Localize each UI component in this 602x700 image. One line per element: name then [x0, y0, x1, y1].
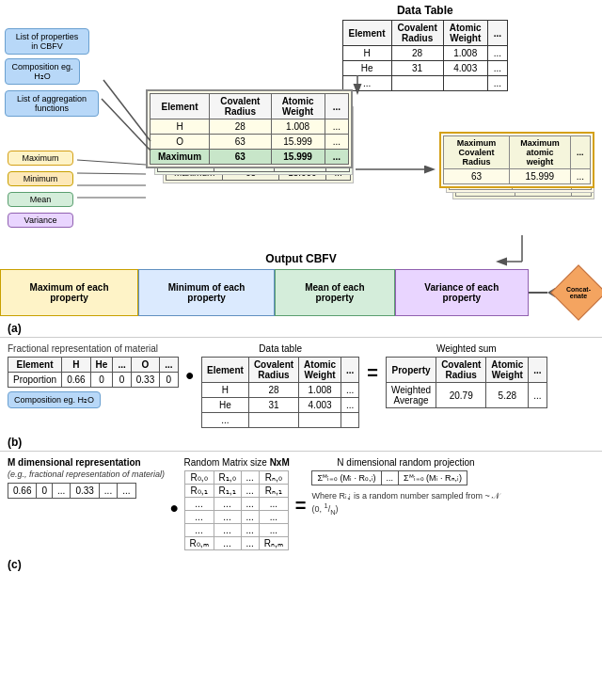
col-atomic: AtomicWeight [443, 21, 487, 46]
cbfv-label: List of properties in CBFV [5, 28, 89, 55]
table-row: ...... [342, 76, 507, 91]
n-dim-label: N dimensional random projection [311, 457, 499, 468]
weighted-title: Weighted sum [386, 343, 547, 354]
col-element: Element [342, 21, 391, 46]
stack-layer-front: ElementCovalent RadiusAtomic Weight... H… [146, 89, 353, 168]
table-row: R₀,₀R₁,₀...Rₙ,₀ [184, 471, 288, 485]
output-variance: Variance of each property [395, 269, 529, 316]
svg-line-1 [103, 80, 150, 141]
section-c-content: M dimensional representation (e.g., frac… [8, 457, 594, 550]
data-table: Element CovalentRadius AtomicWeight ... … [342, 20, 508, 91]
output-cbfv: Output CBFV Maximum of each property Min… [0, 252, 602, 316]
composition-label: Composition eg. H₂O [5, 58, 80, 85]
agg-mean: Mean [8, 192, 73, 207]
random-matrix-title: Random Matrix size NxM [184, 457, 290, 468]
random-matrix: Random Matrix size NxM R₀,₀R₁,₀...Rₙ,₀ R… [184, 457, 290, 550]
section-c: M dimensional representation (e.g., frac… [0, 451, 602, 556]
svg-line-2 [102, 99, 150, 151]
section-c-label: (c) [0, 556, 602, 573]
equals-operator: = [367, 343, 378, 384]
table-row: He314.003... [201, 398, 358, 413]
table-row: H281.008... [342, 46, 507, 61]
agg-variance: Variance [8, 213, 73, 228]
frac-table: Element H He ... O ... Proportion 0.66 0… [8, 357, 179, 388]
col-covalent: CovalentRadius [391, 21, 443, 46]
left-labels: List of properties in CBFV Composition e… [5, 28, 99, 120]
svg-line-3 [77, 160, 146, 165]
data-table-top: Data Table Element CovalentRadius Atomic… [342, 4, 508, 91]
agg-labels: Maximum Minimum Mean Variance [8, 151, 73, 231]
output-mean: Mean of each property [275, 269, 395, 316]
data-table-b: Data table Element CovalentRadius Atomic… [201, 343, 359, 428]
table-row: 0.66 0 ... 0.33 ... ... [8, 484, 136, 499]
where-text: Where Rᵢ,ⱼ is a random number sampled fr… [311, 491, 499, 517]
table-row: ............ [184, 511, 288, 524]
aggregation-label: List of aggregation functions [5, 90, 99, 117]
multiply-operator: • [186, 343, 194, 389]
m-dim-italic: (e.g., fractional representation of mate… [8, 469, 165, 479]
m-dim-rep: M dimensional representation (e.g., frac… [8, 457, 165, 499]
multiply-operator-c: • [170, 457, 178, 521]
result-stacked: MaximumCovalent RadiusMaximumatomic weig… [439, 132, 594, 235]
equals-operator-c: = [295, 457, 307, 517]
table-row: He314.003... [342, 61, 507, 76]
section-a-label: (a) [0, 320, 602, 337]
section-b-label: (b) [0, 434, 602, 451]
output-min: Minimum of each property [138, 269, 275, 316]
output-max: Maximum of each property [0, 269, 138, 316]
agg-max: Maximum [8, 151, 73, 166]
table-row: ............ [184, 524, 288, 537]
result-layer-front: MaximumCovalent RadiusMaximumatomic weig… [439, 132, 594, 188]
table-row: WeightedAverage 20.79 5.28 ... [387, 383, 547, 408]
comp-label-b: Composition eg. H₂O [8, 391, 101, 408]
data-table-b-title: Data table [201, 343, 359, 354]
output-title: Output CBFV [0, 252, 602, 265]
section-b: Fractional representation of material El… [0, 337, 602, 434]
svg-line-4 [77, 173, 146, 174]
stacked-tables: ElementCovalent RadiusAtomic Weight... H… [146, 89, 353, 249]
table-row: Proportion 0.66 0 0 0.33 0 [8, 373, 179, 388]
table-row: ... [201, 413, 358, 428]
m-dim-label: M dimensional representation [8, 457, 165, 468]
table-row: ............ [184, 498, 288, 511]
concat-label: Concat-enate [555, 269, 602, 316]
table-row: R₀,ₘ......Rₙ,ₘ [184, 537, 288, 550]
table-row: Σᴹᵢ₌₀ (Mᵢ · R₀,ᵢ) ... Σᴹᵢ₌₀ (Mᵢ · Rₙ,ᵢ) [312, 471, 467, 485]
data-table-title: Data Table [342, 4, 508, 17]
frac-title: Fractional representation of material [8, 343, 179, 354]
table-row: R₀,₁R₁,₁...Rₙ,₁ [184, 485, 288, 498]
table-row: H281.008... [201, 383, 358, 398]
result-col: N dimensional random projection Σᴹᵢ₌₀ (M… [311, 457, 499, 517]
section-a: Data Table Element CovalentRadius Atomic… [0, 0, 602, 320]
frac-rep: Fractional representation of material El… [8, 343, 179, 408]
agg-min: Minimum [8, 171, 73, 186]
col-ellipsis: ... [487, 21, 507, 46]
concat-diamond: Concat-enate [555, 269, 602, 316]
output-boxes-row: Maximum of each property Minimum of each… [0, 269, 602, 316]
weighted-sum: Weighted sum Property CovalentRadius Ato… [386, 343, 547, 408]
section-b-content: Fractional representation of material El… [8, 343, 594, 428]
